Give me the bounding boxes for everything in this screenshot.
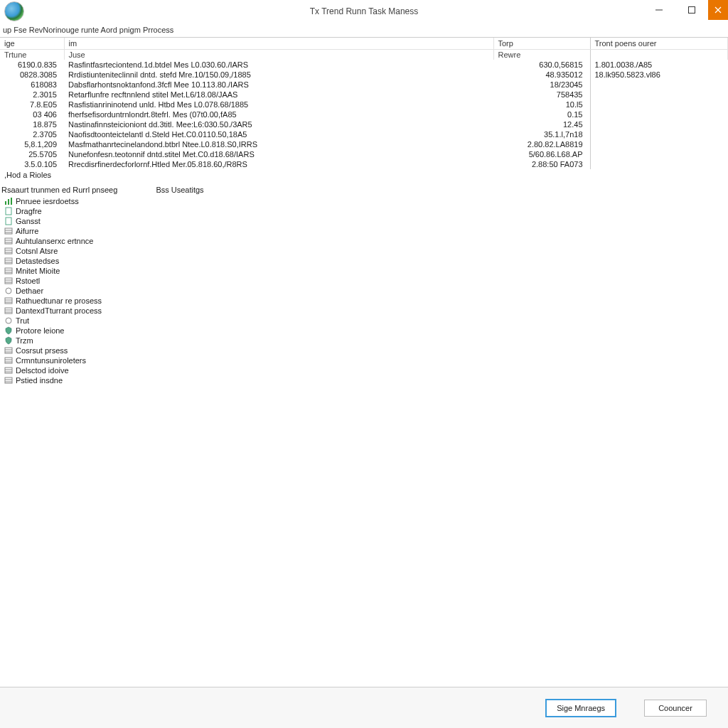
svg-rect-7 bbox=[6, 208, 11, 215]
close-icon bbox=[714, 6, 722, 14]
tree-item-label: Auhtulanserxc ertnnce bbox=[16, 237, 93, 245]
svg-rect-5 bbox=[8, 199, 9, 205]
tree-item[interactable]: Dethaer bbox=[1, 286, 727, 296]
tree-item-label: Trut bbox=[16, 316, 29, 325]
close-button[interactable] bbox=[708, 0, 728, 20]
col-header-target[interactable]: Tront poens ourer bbox=[590, 38, 728, 50]
minimize-icon bbox=[655, 6, 663, 14]
tree-item[interactable]: Delsctod idoive bbox=[1, 365, 727, 375]
lower-heading-left: Rsaaurt trunmen ed Rurrl pnseeg bbox=[1, 186, 117, 194]
lower-heading: Rsaaurt trunmen ed Rurrl pnseeg Bss Usea… bbox=[1, 184, 727, 196]
tree-item[interactable]: Rathuedtunar re prosess bbox=[1, 296, 727, 306]
tree-item-label: Delsctod idoive bbox=[16, 366, 69, 375]
tree-item[interactable]: Cosrsut prsess bbox=[1, 346, 727, 355]
cell-val: 5/60.86.L68.AP bbox=[493, 149, 590, 159]
cell-id: 18.875 bbox=[0, 119, 64, 129]
minimize-button[interactable] bbox=[643, 0, 675, 20]
svg-rect-1 bbox=[689, 7, 695, 14]
process-table: ige im Torp Tront poens ourer Trtune Jus… bbox=[0, 37, 728, 180]
maximize-button[interactable] bbox=[675, 0, 708, 20]
list-icon bbox=[4, 277, 13, 285]
cell-desc: Retarflunfre recftnnlend stitel Met.L6/1… bbox=[64, 90, 493, 100]
cell-target bbox=[590, 80, 728, 90]
tree-item[interactable]: Auhtulanserxc ertnnce bbox=[1, 236, 727, 246]
table-row[interactable]: 18.875Nastinafinnsteicioniont dd.3titl. … bbox=[0, 119, 728, 129]
lower-heading-right: Bss Useatitgs bbox=[156, 186, 203, 194]
list-icon bbox=[4, 366, 13, 375]
tree-item[interactable]: Mnitet Mioite bbox=[1, 266, 727, 276]
cell-desc: Rrdistiunteniteclinnil dntd. stefd Mre.1… bbox=[64, 70, 493, 80]
table-row[interactable]: 3.5.0.105Rrecdisrfinerdecforlornf.Htled … bbox=[0, 159, 728, 169]
cell-target bbox=[590, 119, 728, 129]
svg-rect-15 bbox=[5, 248, 12, 254]
svg-rect-8 bbox=[6, 218, 11, 225]
tree-item-label: Cosrsut prsess bbox=[16, 346, 68, 355]
svg-rect-12 bbox=[5, 238, 12, 244]
table-row[interactable]: 5,8.1,209Masfmathanrtecinelandond.btbrl … bbox=[0, 139, 728, 149]
tree-item[interactable]: Trzm bbox=[1, 336, 727, 346]
list-icon bbox=[4, 237, 13, 245]
tree-item[interactable]: Protore leione bbox=[1, 326, 727, 336]
tree-item[interactable]: Trut bbox=[1, 316, 727, 326]
maximize-icon bbox=[687, 6, 696, 14]
list-icon bbox=[4, 356, 13, 365]
tree-item-label: Detastedses bbox=[16, 257, 59, 265]
svg-rect-9 bbox=[5, 228, 12, 234]
cell-target: 18.lk950.5823.vl86 bbox=[590, 70, 728, 80]
list-icon bbox=[4, 296, 13, 305]
cell-desc: Rrecdisrfinerdecforlornf.Htled Mer.05.81… bbox=[64, 159, 493, 169]
table-row[interactable]: 618083Dabsflarhontsnoktanfond.3fcfl Mee … bbox=[0, 80, 728, 90]
table-row[interactable]: 2.3705Naofisdtoonteictelantl d.Steld Het… bbox=[0, 129, 728, 139]
cell-target bbox=[590, 109, 728, 119]
page-icon bbox=[4, 217, 13, 225]
tree-item[interactable]: Detastedses bbox=[1, 256, 727, 266]
sub-header-0: Trtune bbox=[0, 50, 64, 60]
cell-desc: Nastinafinnsteicioniont dd.3titl. Mee:L6… bbox=[64, 119, 493, 129]
tree-item[interactable]: Pstied insdne bbox=[1, 375, 727, 385]
table-row[interactable]: 2.3015Retarflunfre recftnnlend stitel Me… bbox=[0, 90, 728, 100]
cell-id: 3.5.0.105 bbox=[0, 159, 64, 169]
tree-item[interactable]: Crmntunsuniroleters bbox=[1, 355, 727, 365]
tree-item-label: Rstoetl bbox=[16, 277, 40, 285]
list-icon bbox=[4, 306, 13, 315]
tree-item[interactable]: DantexdTturrant process bbox=[1, 306, 727, 316]
col-header-trip[interactable]: Torp bbox=[493, 38, 590, 50]
shield-icon bbox=[4, 326, 13, 335]
cell-id: 6190.0.835 bbox=[0, 60, 64, 70]
manager-button[interactable]: Sige Mnraegs bbox=[546, 700, 616, 717]
cell-val: 2.88:50 FA073 bbox=[493, 159, 590, 169]
svg-rect-4 bbox=[5, 201, 6, 205]
tree-item[interactable]: Gansst bbox=[1, 216, 727, 226]
col-header-desc[interactable]: im bbox=[64, 38, 493, 50]
tree-item-label: Protore leione bbox=[16, 326, 65, 335]
cell-id: 25.5705 bbox=[0, 149, 64, 159]
svg-rect-18 bbox=[5, 258, 12, 264]
cell-val: 758435 bbox=[493, 90, 590, 100]
cell-desc: Masfmathanrtecinelandond.btbrl Ntee.L0.8… bbox=[64, 139, 493, 149]
table-row[interactable]: 6190.0.835Rasfintfasrteciontend.1d.btdel… bbox=[0, 60, 728, 70]
cell-desc: Nunefonfesn.teotonnif dntd.stitel Met.C0… bbox=[64, 149, 493, 159]
table-row[interactable]: 03 406fherfsefisorduntrnlondrt.8tefrl. M… bbox=[0, 109, 728, 119]
col-header-name[interactable]: ige bbox=[0, 38, 64, 50]
list-icon bbox=[4, 247, 13, 255]
list-icon bbox=[4, 257, 13, 265]
counter-button[interactable]: Coouncer bbox=[644, 700, 707, 717]
tree-item-label: Dethaer bbox=[16, 287, 43, 295]
svg-rect-28 bbox=[5, 298, 12, 304]
tree-item[interactable]: Aifurre bbox=[1, 226, 727, 236]
tree-item[interactable]: Rstoetl bbox=[1, 276, 727, 286]
menu-bar[interactable]: up Fse RevNorinouge runte Aord pnigm Prr… bbox=[0, 23, 728, 37]
table-row[interactable]: 7.8.E05Rasfistianrininotend unld. Htbd M… bbox=[0, 100, 728, 109]
svg-rect-35 bbox=[5, 348, 12, 353]
cell-val: 18/23045 bbox=[493, 80, 590, 90]
cell-val: 35.1.l,7n18 bbox=[493, 129, 590, 139]
cell-val: 630.0,56815 bbox=[493, 60, 590, 70]
cell-val: 2.80.82.LA8819 bbox=[493, 139, 590, 149]
tree-item[interactable]: Pnruee iesrdoetss bbox=[1, 196, 727, 206]
tree-item-label: Cotsnl Atsre bbox=[16, 247, 58, 255]
table-row[interactable]: 25.5705Nunefonfesn.teotonnif dntd.stitel… bbox=[0, 149, 728, 159]
had-row[interactable]: ,Hod a Rioles bbox=[0, 169, 728, 180]
tree-item[interactable]: Cotsnl Atsre bbox=[1, 246, 727, 256]
table-row[interactable]: 0828.3085Rrdistiunteniteclinnil dntd. st… bbox=[0, 70, 728, 80]
tree-item[interactable]: Dragfre bbox=[1, 206, 727, 216]
